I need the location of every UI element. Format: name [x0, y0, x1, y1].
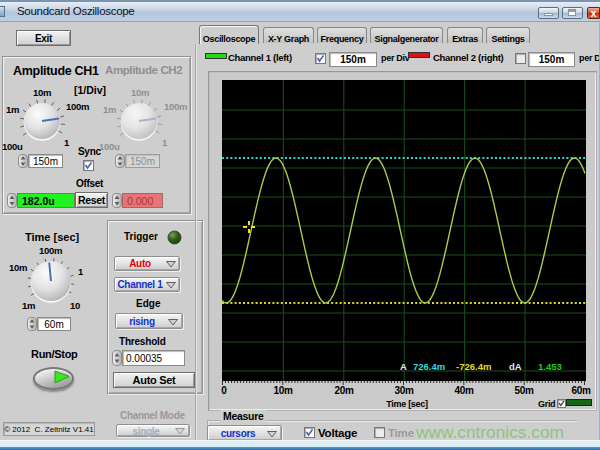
- svg-text:726.4m: 726.4m: [413, 361, 445, 372]
- svg-text:A: A: [400, 361, 407, 372]
- svg-text:-726.4m: -726.4m: [456, 361, 491, 372]
- svg-text:dA: dA: [509, 361, 522, 372]
- svg-text:1.453: 1.453: [538, 361, 562, 372]
